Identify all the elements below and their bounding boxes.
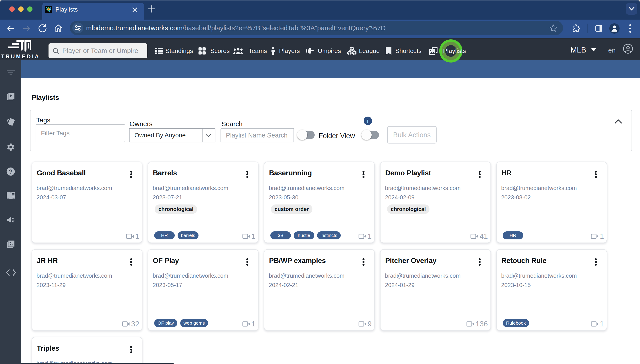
svg-text:?: ?	[9, 168, 12, 175]
